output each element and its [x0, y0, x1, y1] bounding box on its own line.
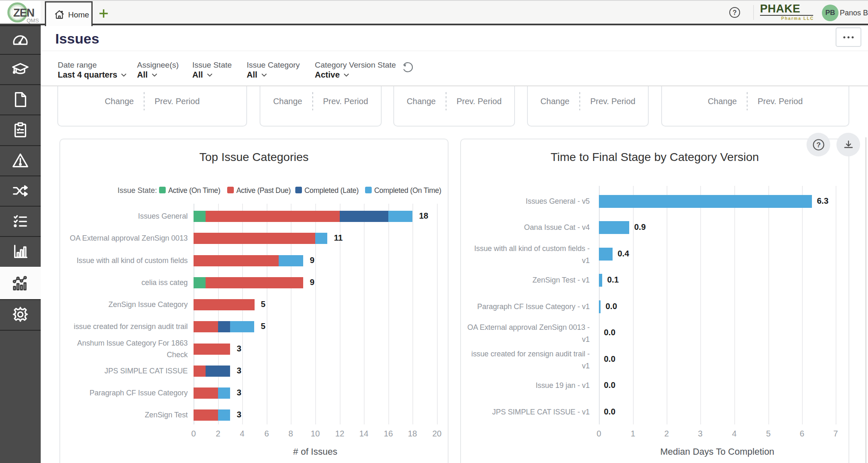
svg-text:QMS: QMS	[27, 17, 39, 24]
svg-text:?: ?	[817, 141, 821, 149]
svg-text:?: ?	[733, 9, 737, 16]
svg-text:ZEN: ZEN	[13, 7, 34, 19]
